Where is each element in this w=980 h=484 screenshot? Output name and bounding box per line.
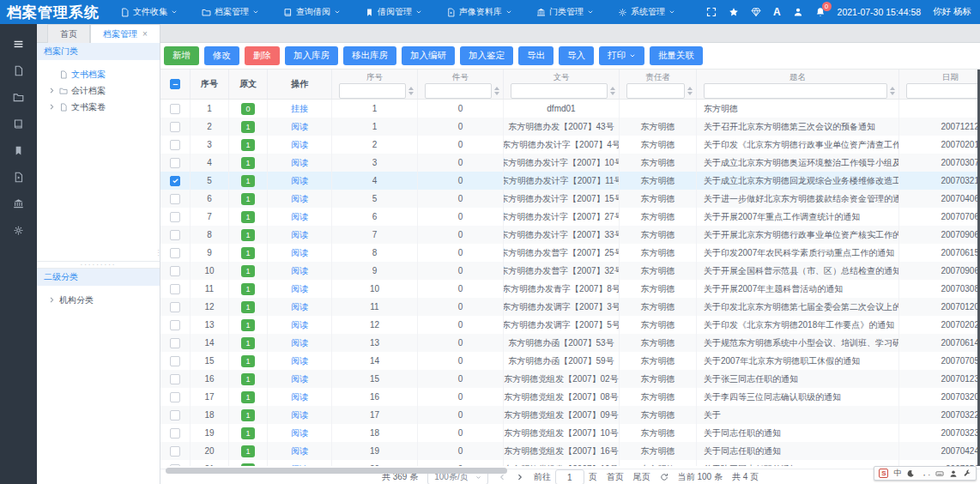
row-checkbox[interactable]: [170, 320, 180, 330]
ime-logo-icon[interactable]: S: [879, 469, 888, 478]
ime-wrench-icon[interactable]: [963, 469, 971, 478]
link-read[interactable]: 阅读: [291, 229, 308, 241]
tab-home[interactable]: 首页: [47, 24, 90, 43]
chevron-right-icon[interactable]: [48, 296, 56, 304]
tree-item-0-0[interactable]: 文书档案: [37, 66, 160, 82]
topnav-item-2[interactable]: 查询借阅: [283, 6, 341, 18]
select-all-checkbox[interactable]: [170, 79, 180, 89]
topnav-item-3[interactable]: 借阅管理: [365, 6, 422, 18]
link-read[interactable]: 阅读: [291, 373, 308, 385]
sort-arrows[interactable]: [890, 87, 895, 95]
filter-input-件号[interactable]: [425, 83, 492, 99]
ime-keyboard-icon[interactable]: [935, 469, 944, 478]
media-library-icon[interactable]: [0, 164, 37, 191]
topnav-item-1[interactable]: 档案管理: [202, 6, 259, 18]
link-read[interactable]: 阅读: [291, 409, 308, 421]
row-checkbox[interactable]: [170, 356, 180, 366]
row-checkbox[interactable]: [170, 212, 180, 222]
link-read[interactable]: 阅读: [291, 337, 308, 349]
row-checkbox[interactable]: [170, 248, 180, 258]
batch-link-button[interactable]: 批量关联: [650, 46, 703, 65]
close-icon[interactable]: ×: [142, 25, 148, 43]
filter-input-日期[interactable]: [906, 83, 980, 99]
add-to-storeroom-button[interactable]: 加入库房: [285, 46, 338, 65]
filter-input-文号[interactable]: [511, 83, 608, 99]
file-collection-icon[interactable]: [0, 57, 37, 84]
sort-arrows[interactable]: [610, 87, 615, 95]
horizontal-scrollbar-thumb[interactable]: [166, 468, 507, 474]
category-management-icon[interactable]: [0, 191, 37, 217]
link-read[interactable]: 阅读: [291, 283, 308, 295]
topnav-item-5[interactable]: 门类管理: [536, 6, 594, 18]
fullscreen-icon[interactable]: [706, 7, 717, 17]
filter-input-序号[interactable]: [339, 83, 406, 99]
topnav-item-4[interactable]: 声像资料库: [446, 6, 512, 18]
chevron-right-icon[interactable]: [48, 87, 56, 94]
import-button[interactable]: 导入: [559, 46, 594, 65]
row-checkbox[interactable]: [170, 284, 180, 294]
filter-input-题名[interactable]: [704, 83, 887, 99]
font-size-icon[interactable]: A: [773, 6, 781, 18]
link-read[interactable]: 阅读: [291, 211, 308, 223]
prev-page-button[interactable]: [498, 473, 506, 481]
add-to-appraisal-button[interactable]: 加入鉴定: [460, 46, 513, 65]
link-read[interactable]: 阅读: [291, 193, 308, 205]
link-attach[interactable]: 挂接: [291, 103, 308, 115]
sort-arrows[interactable]: [494, 87, 499, 95]
link-read[interactable]: 阅读: [291, 301, 308, 313]
export-button[interactable]: 导出: [518, 46, 554, 65]
chevron-right-icon[interactable]: [48, 103, 56, 111]
add-button[interactable]: 新增: [164, 46, 199, 65]
sort-arrows[interactable]: [687, 87, 693, 95]
filter-input-责任者[interactable]: [626, 83, 685, 99]
link-read[interactable]: 阅读: [291, 463, 308, 467]
link-read[interactable]: 阅读: [291, 175, 308, 187]
delete-button[interactable]: 删除: [245, 46, 280, 65]
ime-halfwidth-moon-icon[interactable]: [906, 469, 915, 478]
sort-arrows[interactable]: [408, 87, 414, 95]
star-icon[interactable]: [729, 7, 739, 17]
horizontal-splitter[interactable]: ·········: [37, 261, 160, 269]
add-to-research-button[interactable]: 加入编研: [402, 46, 455, 65]
menu-icon[interactable]: [0, 31, 37, 57]
link-read[interactable]: 阅读: [291, 391, 308, 403]
row-checkbox[interactable]: [170, 446, 180, 457]
system-settings-icon[interactable]: [0, 217, 37, 244]
link-read[interactable]: 阅读: [291, 427, 308, 439]
vertical-splitter[interactable]: ···: [157, 249, 160, 257]
row-checkbox[interactable]: [170, 140, 180, 150]
tree-item-0-2[interactable]: 文书案卷: [37, 99, 160, 115]
row-checkbox[interactable]: [170, 266, 180, 276]
link-read[interactable]: 阅读: [291, 139, 308, 151]
print-button[interactable]: 打印: [599, 46, 644, 65]
link-read[interactable]: 阅读: [291, 247, 308, 259]
link-read[interactable]: 阅读: [291, 445, 308, 457]
ime-punctuation-icon[interactable]: ，.: [920, 468, 930, 479]
row-checkbox[interactable]: [170, 338, 180, 348]
tree-item-0-1[interactable]: 会计档案: [37, 82, 160, 99]
topnav-item-6[interactable]: 系统管理: [618, 6, 675, 18]
borrow-management-icon[interactable]: [0, 137, 37, 164]
edit-button[interactable]: 修改: [204, 46, 239, 65]
tree-item-1-0[interactable]: 机构分类: [37, 292, 160, 308]
row-checkbox[interactable]: [170, 230, 180, 240]
row-checkbox[interactable]: [170, 122, 180, 132]
row-checkbox[interactable]: [170, 428, 180, 439]
tab-archive-management[interactable]: 档案管理×: [90, 24, 160, 43]
link-read[interactable]: 阅读: [291, 265, 308, 277]
row-checkbox[interactable]: [170, 392, 180, 402]
link-read[interactable]: 阅读: [291, 157, 308, 169]
theme-gem-icon[interactable]: [751, 7, 761, 17]
row-checkbox[interactable]: [170, 176, 180, 186]
row-checkbox[interactable]: [170, 374, 180, 384]
bell-icon[interactable]: 0: [815, 7, 826, 17]
row-checkbox[interactable]: [170, 464, 180, 467]
remove-from-storeroom-button[interactable]: 移出库房: [343, 46, 396, 65]
row-checkbox[interactable]: [170, 410, 180, 420]
link-read[interactable]: 阅读: [291, 319, 308, 331]
ime-chinese-mode-icon[interactable]: 中: [893, 468, 901, 479]
page-number-input[interactable]: [555, 469, 584, 484]
row-checkbox[interactable]: [170, 158, 180, 168]
next-page-button[interactable]: [516, 473, 524, 481]
row-checkbox[interactable]: [170, 104, 180, 114]
